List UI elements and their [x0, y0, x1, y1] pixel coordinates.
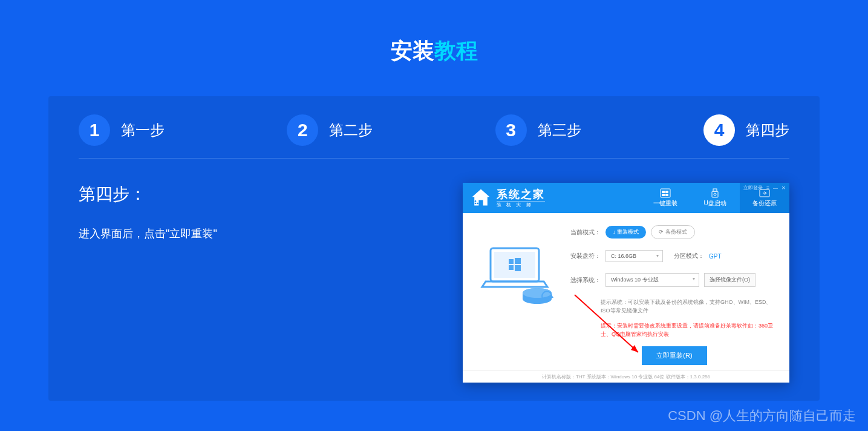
partition-value: GPT — [709, 253, 722, 260]
drive-label: 安装盘符： — [570, 252, 601, 260]
step-label-4: 第四步 — [746, 120, 789, 140]
svg-rect-13 — [494, 252, 535, 278]
svg-point-1 — [477, 203, 478, 205]
mode-row: 当前模式： ↓ 重装模式 ⟳ 备份模式 — [570, 225, 778, 239]
step-1[interactable]: 1 第一步 — [79, 114, 165, 146]
app-topbar: 立即登录 ≡ — ✕ — [743, 185, 786, 191]
drive-select[interactable]: C: 16.6GB — [605, 250, 663, 262]
svg-rect-16 — [509, 265, 514, 270]
app-header: 立即登录 ≡ — ✕ 系统之家 装 机 大 师 — [463, 183, 789, 213]
menu-icon[interactable]: ≡ — [766, 185, 769, 191]
usb-icon — [709, 188, 721, 198]
svg-rect-8 — [713, 189, 717, 191]
mode-backup-pill[interactable]: ⟳ 备份模式 — [651, 225, 695, 239]
step-4[interactable]: 4 第四步 — [703, 114, 789, 146]
svg-point-10 — [714, 193, 716, 196]
tab-label: U盘启动 — [703, 199, 726, 208]
svg-rect-17 — [515, 265, 521, 271]
login-link[interactable]: 立即登录 — [743, 185, 763, 191]
step-description: 进入界面后，点击"立即重装" — [79, 224, 393, 243]
step-label-2: 第二步 — [329, 120, 373, 140]
step-label-1: 第一步 — [121, 120, 165, 140]
svg-rect-14 — [509, 259, 514, 264]
step-3[interactable]: 3 第三步 — [495, 114, 581, 146]
step-heading: 第四步： — [79, 183, 393, 206]
system-select[interactable]: Windows 10 专业版 — [605, 273, 699, 287]
tab-usb[interactable]: U盘启动 — [690, 183, 740, 213]
screenshot-wrapper: 立即登录 ≡ — ✕ 系统之家 装 机 大 师 — [417, 183, 789, 383]
tab-reinstall[interactable]: 一键重装 — [641, 183, 690, 213]
app-footer: 计算机名称版：THT 系统版本：Windows 10 专业版 64位 软件版本：… — [463, 370, 789, 383]
svg-rect-15 — [515, 258, 521, 264]
page-title: 安装教程 — [0, 0, 868, 96]
svg-point-21 — [523, 288, 552, 298]
partition-label: 分区模式： — [674, 252, 704, 260]
form-note: 提示系统：可以安装下载及备份的系统镜像，支持GHO、WIM、ESD、ISO等常见… — [570, 298, 778, 315]
step-circle-3: 3 — [495, 114, 527, 146]
svg-point-0 — [475, 203, 477, 205]
logo-sub-text: 装 机 大 师 — [497, 201, 545, 208]
svg-rect-6 — [662, 194, 665, 196]
drive-row: 安装盘符： C: 16.6GB 分区模式： GPT — [570, 250, 778, 262]
house-icon — [470, 187, 492, 209]
step-circle-2: 2 — [287, 114, 318, 146]
step-2[interactable]: 2 第二步 — [287, 114, 373, 146]
app-body: 当前模式： ↓ 重装模式 ⟳ 备份模式 安装盘符： C: 16.6GB 分区模式… — [463, 213, 789, 370]
form-warning: 提示：安装时需要修改系统重要设置，请提前准备好杀毒软件如：360卫士、QQ电脑管… — [570, 321, 778, 339]
step-label-3: 第三步 — [538, 120, 581, 140]
steps-row: 1 第一步 2 第二步 3 第三步 4 第四步 — [79, 108, 789, 159]
app-logo: 系统之家 装 机 大 师 — [463, 183, 552, 213]
windows-icon — [659, 188, 671, 198]
step-circle-1: 1 — [79, 114, 110, 146]
title-part2: 教程 — [434, 38, 478, 63]
app-form: 当前模式： ↓ 重装模式 ⟳ 备份模式 安装盘符： C: 16.6GB 分区模式… — [564, 225, 778, 366]
content-box: 1 第一步 2 第二步 3 第三步 4 第四步 第四步： 进入界面后，点击"立即… — [48, 96, 820, 401]
watermark: CSDN @人生的方向随自己而走 — [668, 407, 856, 425]
system-label: 选择系统： — [570, 276, 601, 285]
app-screenshot: 立即登录 ≡ — ✕ 系统之家 装 机 大 师 — [463, 183, 789, 383]
laptop-illustration — [474, 225, 564, 366]
minimize-icon[interactable]: — — [773, 185, 778, 191]
title-part1: 安装 — [391, 38, 434, 63]
svg-rect-5 — [665, 191, 668, 193]
mode-label: 当前模式： — [570, 228, 601, 237]
content-left: 第四步： 进入界面后，点击"立即重装" — [79, 183, 393, 383]
svg-point-2 — [475, 200, 477, 202]
step-circle-4: 4 — [703, 114, 735, 146]
tab-label: 备份还原 — [752, 199, 777, 208]
system-row: 选择系统： Windows 10 专业版 选择镜像文件(O) — [570, 273, 778, 287]
close-icon[interactable]: ✕ — [782, 185, 786, 191]
mode-reinstall-pill[interactable]: ↓ 重装模式 — [605, 226, 646, 239]
svg-rect-7 — [665, 194, 668, 196]
content-row: 第四步： 进入界面后，点击"立即重装" 立即登录 ≡ — ✕ — [79, 159, 789, 383]
browse-button[interactable]: 选择镜像文件(O) — [704, 273, 755, 287]
logo-main-text: 系统之家 — [497, 189, 545, 200]
svg-rect-4 — [662, 191, 665, 193]
svg-rect-9 — [712, 191, 718, 197]
tab-label: 一键重装 — [653, 199, 677, 208]
reinstall-button[interactable]: 立即重装(R) — [642, 346, 706, 365]
